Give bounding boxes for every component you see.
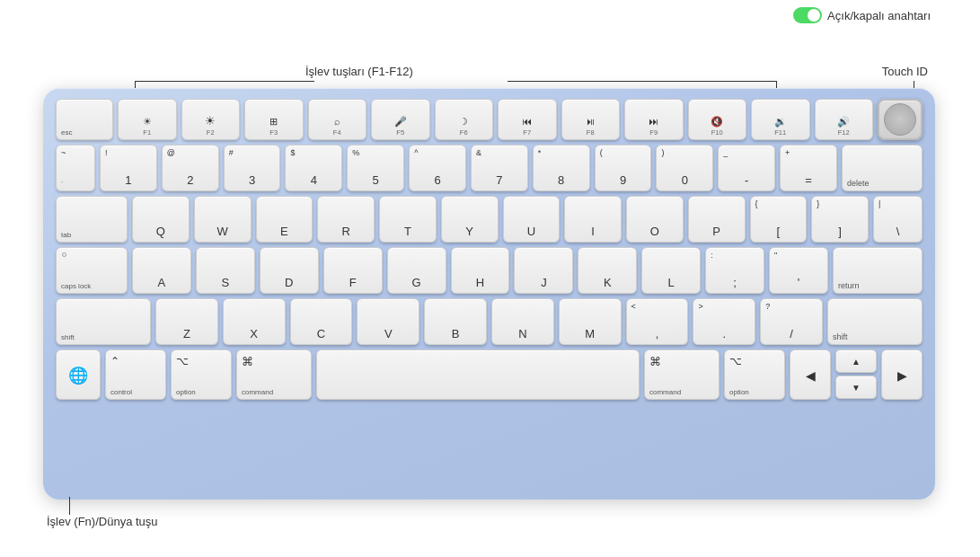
key-shift-right[interactable]: shift xyxy=(827,298,923,345)
key-8[interactable]: * 8 xyxy=(533,145,590,191)
key-period[interactable]: > . xyxy=(693,298,755,345)
key-tilde[interactable]: ~ ` xyxy=(56,145,95,191)
key-k[interactable]: K xyxy=(578,247,637,294)
key-return[interactable]: return xyxy=(833,247,923,294)
key-minus[interactable]: _ - xyxy=(718,145,775,191)
key-f3[interactable]: ⊞ F3 xyxy=(244,99,304,140)
key-arrow-left[interactable]: ◀ xyxy=(790,349,831,400)
key-f8[interactable]: ⏯ F8 xyxy=(561,99,621,140)
key-x[interactable]: X xyxy=(223,298,286,345)
key-f4[interactable]: ⌕ F4 xyxy=(308,99,367,140)
shift-row: shift Z X C V B N M < , > . ? / shift xyxy=(56,298,923,345)
key-a[interactable]: A xyxy=(132,247,191,294)
key-globe[interactable]: 🌐 xyxy=(56,349,101,400)
key-f9[interactable]: ⏭ F9 xyxy=(624,99,684,140)
key-u[interactable]: U xyxy=(503,196,561,243)
key-space[interactable] xyxy=(316,349,640,400)
fn-label-line xyxy=(69,497,70,515)
key-2[interactable]: @ 2 xyxy=(162,145,219,191)
key-esc[interactable]: esc xyxy=(56,99,113,140)
key-f6[interactable]: ☽ F6 xyxy=(435,99,494,140)
key-6[interactable]: ^ 6 xyxy=(409,145,466,191)
key-0[interactable]: ) 0 xyxy=(656,145,713,191)
key-h[interactable]: H xyxy=(451,247,510,294)
key-f11[interactable]: 🔉 F11 xyxy=(751,99,810,140)
key-option-right[interactable]: ⌥ option xyxy=(724,349,785,400)
key-f[interactable]: F xyxy=(323,247,383,294)
function-keys-label: İşlev tuşları (F1-F12) xyxy=(305,65,413,78)
key-3[interactable]: # 3 xyxy=(224,145,281,191)
key-r[interactable]: R xyxy=(317,196,375,243)
key-n[interactable]: N xyxy=(491,298,554,345)
key-1[interactable]: ! 1 xyxy=(100,145,157,191)
key-arrow-up[interactable]: ▲ xyxy=(835,349,877,373)
bracket-tick-right xyxy=(776,81,777,88)
fn-row: esc ☀ F1 ☀ F2 ⊞ F3 ⌕ F4 xyxy=(56,99,923,140)
key-quote[interactable]: " ' xyxy=(769,247,828,294)
key-c[interactable]: C xyxy=(290,298,353,345)
key-7[interactable]: & 7 xyxy=(471,145,528,191)
page-container: Açık/kapalı anahtarı Touch ID İşlev tuşl… xyxy=(0,0,980,557)
key-f12[interactable]: 🔊 F12 xyxy=(815,99,874,140)
key-shift-left[interactable]: shift xyxy=(56,298,151,345)
caps-lock-indicator xyxy=(62,252,66,257)
key-semicolon[interactable]: : ; xyxy=(705,247,764,294)
key-tab[interactable]: tab xyxy=(56,196,128,243)
keyboard: esc ☀ F1 ☀ F2 ⊞ F3 ⌕ F4 xyxy=(43,88,935,500)
key-v[interactable]: V xyxy=(357,298,419,345)
bracket-left xyxy=(135,81,314,82)
key-delete[interactable]: delete xyxy=(842,145,923,191)
key-pipe[interactable]: | \ xyxy=(873,196,923,243)
bottom-row: 🌐 ⌃ control ⌥ option ⌘ command ⌘ comm xyxy=(56,349,923,400)
key-w[interactable]: W xyxy=(194,196,252,243)
num-row: ~ ` ! 1 @ 2 # 3 $ 4 % 5 xyxy=(56,145,923,191)
key-l[interactable]: L xyxy=(641,247,701,294)
fn-label-container: İşlev (Fn)/Dünya tuşu xyxy=(47,497,158,528)
key-e[interactable]: E xyxy=(256,196,313,243)
key-p[interactable]: P xyxy=(688,196,746,243)
key-4[interactable]: $ 4 xyxy=(285,145,342,191)
key-f5[interactable]: 🎤 F5 xyxy=(371,99,430,140)
key-f1[interactable]: ☀ F1 xyxy=(118,99,177,140)
key-option-left[interactable]: ⌥ option xyxy=(171,349,232,400)
key-arrow-updown: ▲ ▼ xyxy=(835,349,877,400)
key-z[interactable]: Z xyxy=(155,298,218,345)
key-5[interactable]: % 5 xyxy=(347,145,404,191)
bracket-tick-left xyxy=(135,81,136,88)
key-g[interactable]: G xyxy=(387,247,446,294)
tab-row: tab Q W E R T Y U I O P { [ } ] | \ xyxy=(56,196,923,243)
key-comma[interactable]: < , xyxy=(626,298,689,345)
key-rbracket[interactable]: } ] xyxy=(811,196,869,243)
key-q[interactable]: Q xyxy=(132,196,190,243)
key-command-left[interactable]: ⌘ command xyxy=(236,349,312,400)
key-9[interactable]: ( 9 xyxy=(595,145,652,191)
key-j[interactable]: J xyxy=(514,247,573,294)
key-b[interactable]: B xyxy=(424,298,487,345)
key-f2[interactable]: ☀ F2 xyxy=(181,99,241,140)
toggle-switch[interactable] xyxy=(793,7,822,23)
key-lbracket[interactable]: { [ xyxy=(750,196,808,243)
key-arrow-down[interactable]: ▼ xyxy=(835,376,877,399)
toggle-label: Açık/kapalı anahtarı xyxy=(827,9,931,22)
key-i[interactable]: I xyxy=(564,196,622,243)
key-slash[interactable]: ? / xyxy=(760,298,823,345)
key-t[interactable]: T xyxy=(379,196,437,243)
key-d[interactable]: D xyxy=(260,247,319,294)
key-o[interactable]: O xyxy=(626,196,684,243)
key-arrow-right[interactable]: ▶ xyxy=(881,349,923,400)
key-caps-lock[interactable]: caps lock xyxy=(56,247,128,294)
key-f10[interactable]: 🔇 F10 xyxy=(688,99,747,140)
toggle-container: Açık/kapalı anahtarı xyxy=(793,7,931,23)
caps-row: caps lock A S D F G H J K L : ; " ' retu… xyxy=(56,247,923,294)
key-s[interactable]: S xyxy=(196,247,255,294)
touch-id-label: Touch ID xyxy=(882,65,928,78)
key-m[interactable]: M xyxy=(559,298,622,345)
key-equals[interactable]: + = xyxy=(780,145,837,191)
fn-key-label: İşlev (Fn)/Dünya tuşu xyxy=(47,515,158,528)
key-control[interactable]: ⌃ control xyxy=(105,349,166,400)
key-y[interactable]: Y xyxy=(441,196,499,243)
key-f7[interactable]: ⏮ F7 xyxy=(498,99,557,140)
bracket-right xyxy=(508,81,777,82)
key-command-right[interactable]: ⌘ command xyxy=(644,349,720,400)
touch-id-key[interactable] xyxy=(878,99,923,140)
